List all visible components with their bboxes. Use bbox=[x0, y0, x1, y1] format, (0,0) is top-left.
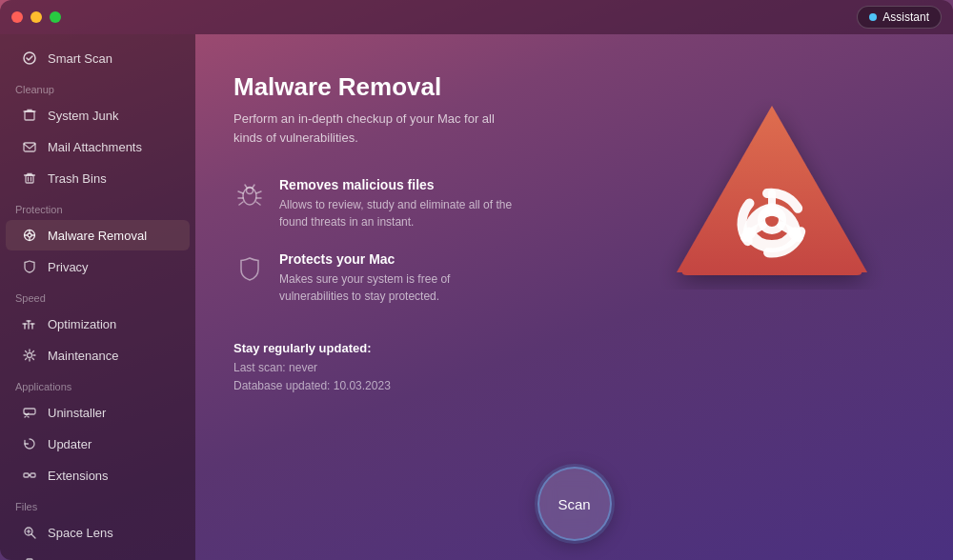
scan-button-container: Scan bbox=[537, 467, 612, 541]
feature-1-title: Removes malicious files bbox=[279, 177, 512, 192]
maximize-button[interactable] bbox=[50, 11, 61, 23]
svg-point-18 bbox=[28, 353, 32, 358]
sidebar-section-protection: Protection bbox=[0, 194, 195, 219]
svg-point-33 bbox=[243, 188, 256, 205]
main-layout: Smart Scan Cleanup System Junk bbox=[0, 34, 953, 560]
feature-2-desc: Makes sure your system is free of vulner… bbox=[279, 270, 450, 305]
app-window: Assistant Smart Scan Cleanup bbox=[0, 0, 953, 560]
space-lens-icon bbox=[21, 524, 38, 541]
malware-icon bbox=[21, 227, 38, 244]
maintenance-icon bbox=[21, 347, 38, 364]
biohazard-triangle-svg bbox=[667, 96, 877, 296]
uninstaller-icon bbox=[21, 404, 38, 421]
smart-scan-icon bbox=[21, 50, 38, 67]
sidebar-uninstaller-label: Uninstaller bbox=[48, 406, 106, 420]
traffic-lights bbox=[11, 11, 61, 23]
svg-line-36 bbox=[256, 191, 261, 193]
sidebar-updater-label: Updater bbox=[48, 437, 91, 451]
title-bar: Assistant bbox=[0, 0, 953, 34]
large-files-icon bbox=[21, 555, 38, 560]
sidebar-section-speed: Speed bbox=[0, 283, 195, 308]
sidebar-item-large-old-files[interactable]: Large & Old Files bbox=[6, 549, 190, 560]
update-section: Stay regularly updated: Last scan: never… bbox=[233, 341, 915, 395]
feature-1-desc: Allows to review, study and eliminate al… bbox=[279, 196, 512, 230]
svg-rect-2 bbox=[24, 143, 35, 151]
svg-point-7 bbox=[28, 233, 31, 237]
last-scan: Last scan: never bbox=[233, 359, 915, 377]
privacy-icon bbox=[21, 258, 38, 275]
sidebar-extensions-label: Extensions bbox=[48, 469, 109, 483]
assistant-button[interactable]: Assistant bbox=[857, 6, 942, 29]
content-area: Malware Removal Perform an in-depth chec… bbox=[195, 34, 953, 560]
svg-rect-20 bbox=[24, 473, 29, 477]
svg-line-41 bbox=[245, 185, 247, 188]
sidebar-item-system-junk[interactable]: System Junk bbox=[6, 100, 190, 130]
svg-line-39 bbox=[239, 202, 243, 205]
svg-line-42 bbox=[253, 185, 254, 188]
svg-rect-1 bbox=[25, 111, 34, 120]
bug-icon bbox=[233, 179, 266, 211]
sidebar-system-junk-label: System Junk bbox=[48, 109, 118, 123]
assistant-dot-icon bbox=[869, 13, 877, 21]
sidebar-section-applications: Applications bbox=[0, 371, 195, 396]
sidebar-section-files: Files bbox=[0, 491, 195, 516]
sidebar-maintenance-label: Maintenance bbox=[48, 349, 118, 363]
sidebar-item-updater[interactable]: Updater bbox=[6, 429, 190, 459]
sidebar-item-malware-removal[interactable]: Malware Removal bbox=[6, 220, 190, 250]
assistant-label: Assistant bbox=[882, 10, 929, 24]
sidebar-item-privacy[interactable]: Privacy bbox=[6, 251, 190, 282]
sidebar-item-uninstaller[interactable]: Uninstaller bbox=[6, 397, 190, 428]
mail-icon bbox=[21, 138, 38, 155]
svg-line-35 bbox=[238, 191, 243, 193]
sidebar-trash-bins-label: Trash Bins bbox=[48, 171, 107, 186]
sidebar-item-maintenance[interactable]: Maintenance bbox=[6, 340, 190, 370]
sidebar-item-mail-attachments[interactable]: Mail Attachments bbox=[6, 131, 190, 162]
shield-icon bbox=[233, 253, 266, 286]
scan-button-label: Scan bbox=[558, 496, 590, 512]
svg-rect-21 bbox=[30, 473, 35, 477]
sidebar-privacy-label: Privacy bbox=[48, 260, 89, 274]
db-updated: Database updated: 10.03.2023 bbox=[233, 377, 915, 395]
biohazard-icon-area bbox=[648, 72, 896, 320]
update-title: Stay regularly updated: bbox=[233, 341, 915, 355]
sidebar-smart-scan-label: Smart Scan bbox=[48, 51, 112, 66]
feature-1-text: Removes malicious files Allows to review… bbox=[279, 177, 512, 230]
updater-icon bbox=[21, 435, 38, 452]
scan-button[interactable]: Scan bbox=[537, 467, 612, 541]
sidebar-optimization-label: Optimization bbox=[48, 317, 116, 331]
sidebar-mail-attachments-label: Mail Attachments bbox=[48, 140, 142, 154]
trash-icon bbox=[21, 170, 38, 187]
extensions-icon bbox=[21, 467, 38, 484]
svg-rect-3 bbox=[26, 175, 33, 183]
feature-2-title: Protects your Mac bbox=[279, 251, 450, 267]
svg-line-24 bbox=[31, 534, 35, 538]
sidebar-large-old-files-label: Large & Old Files bbox=[48, 557, 143, 561]
minimize-button[interactable] bbox=[30, 11, 42, 23]
optimization-icon bbox=[21, 315, 38, 332]
sidebar-item-extensions[interactable]: Extensions bbox=[6, 460, 190, 490]
sidebar-item-trash-bins[interactable]: Trash Bins bbox=[6, 163, 190, 193]
close-button[interactable] bbox=[11, 11, 23, 23]
sidebar-space-lens-label: Space Lens bbox=[48, 526, 113, 540]
sidebar-malware-removal-label: Malware Removal bbox=[48, 229, 147, 243]
sidebar-item-space-lens[interactable]: Space Lens bbox=[6, 517, 190, 548]
svg-line-40 bbox=[256, 202, 260, 205]
sidebar-section-cleanup: Cleanup bbox=[0, 74, 195, 99]
sidebar-item-smart-scan[interactable]: Smart Scan bbox=[6, 43, 190, 73]
feature-2-text: Protects your Mac Makes sure your system… bbox=[279, 251, 450, 305]
sidebar: Smart Scan Cleanup System Junk bbox=[0, 34, 195, 560]
system-junk-icon bbox=[21, 107, 38, 124]
sidebar-item-optimization[interactable]: Optimization bbox=[6, 309, 190, 339]
